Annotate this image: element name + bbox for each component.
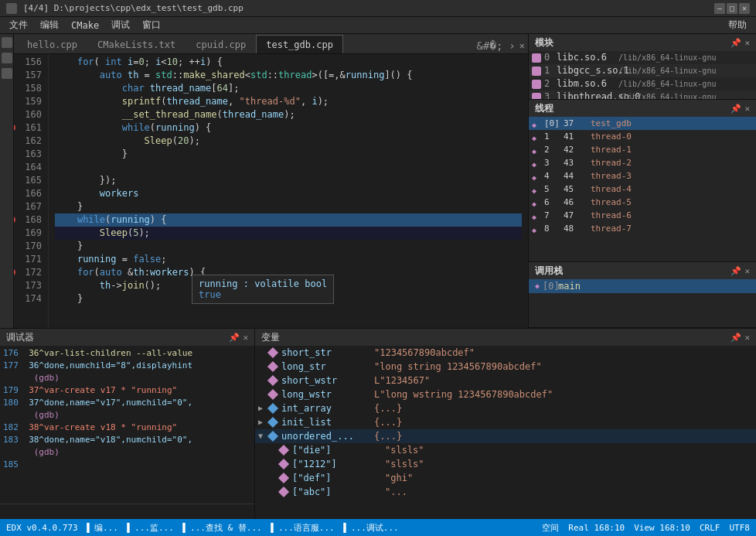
minimize-button[interactable]: — [714,3,725,14]
var-name-unordered: unordered_... [281,429,374,443]
thread-row-6[interactable]: ◆ 6 46 thread-5 [529,196,756,209]
tab-group: hello.cpp CMakeLists.txt cpuid.cpp test_… [17,35,343,53]
module-path-3: /lib/x86_64-linux-gnu [618,90,753,100]
status-space[interactable]: 空间 [542,522,559,534]
menu-file[interactable]: 文件 [3,17,34,33]
threads-panel: 线程 📌 ✕ ◆ [0] 37 test_gdb ◆ 1 [529,100,756,262]
status-search[interactable]: ▐ ...查找 & 替... [180,522,262,534]
modules-pin-icon[interactable]: 📌 [730,38,741,48]
line-168: 168 [14,213,42,227]
code-line-164 [55,161,522,174]
var-value-abc: "... [385,485,753,499]
dbg-line-gdb1: (gdb) [3,372,251,384]
tab-label-cmake: CMakeLists.txt [97,39,175,50]
line-158: 158 [14,82,42,95]
status-edit[interactable]: ▐ 编... [84,522,118,534]
thread-icon-5: ◆ [532,184,543,195]
thread-row-8[interactable]: ◆ 8 48 thread-7 [529,222,756,235]
thread-icon-0: ◆ [532,118,543,129]
code-line-159: sprintf(thread_name, "thread-%d", i); [55,95,522,108]
tab-label-hello: hello.cpp [27,39,77,50]
tab-next-button[interactable]: › [506,39,517,52]
debugger-pin-icon[interactable]: 📌 [229,333,240,343]
thread-id-4: 4 [544,169,564,183]
sidebar-icon-1[interactable] [2,37,12,48]
var-value-long-wstr: L"long wstring 1234567890abcdef" [374,387,753,401]
breakpoint-168[interactable] [14,216,15,224]
thread-icon-7: ◆ [532,210,543,221]
dbg-line-gdb2: (gdb) [3,409,251,422]
sidebar-icon-2[interactable] [2,53,12,63]
thread-row-1[interactable]: ◆ 1 41 thread-0 [529,130,756,143]
status-version[interactable]: EDX v0.4.0.773 [6,523,78,533]
var-value-die: "slsls" [385,443,753,457]
debugger-close-icon[interactable]: ✕ [243,333,248,343]
status-view[interactable]: View 168:10 [634,523,690,533]
variables-panel: 变量 📌 ✕ short_str "1234567890abcdef" long… [255,329,756,519]
callstack-title: 调用栈 [535,265,563,278]
modules-list: 0 libc.so.6 /lib/x86_64-linux-gnu 1 libg… [529,51,756,100]
window-controls[interactable]: — □ ✕ [714,3,750,14]
status-real[interactable]: Real 168:10 [568,523,625,533]
app-icon [6,3,17,14]
menu-window[interactable]: 窗口 [136,17,167,33]
editor-area: hello.cpp CMakeLists.txt cpuid.cpp test_… [14,34,528,328]
tab-close-button[interactable]: ✕ [519,40,525,51]
top-area: hello.cpp CMakeLists.txt cpuid.cpp test_… [0,34,756,328]
callstack-row-0[interactable]: ◆ [0] main [529,279,756,293]
tab-cpuid[interactable]: cpuid.cpp [186,35,256,53]
dbg-line-180: 180 37^done,name="v17",numchild="0", [3,397,251,409]
tab-prev-button[interactable]: &#�; [475,39,506,52]
thread-icon-4: ◆ [532,171,543,182]
tooltip-line2: true [199,289,327,300]
threads-pin-icon[interactable]: 📌 [730,104,741,114]
status-lang[interactable]: ▐ ...语言服... [268,522,335,534]
menu-debug[interactable]: 调试 [105,17,136,33]
breakpoint-161[interactable] [14,124,15,131]
status-utf8[interactable]: UTF8 [730,523,751,533]
var-icon-long-wstr [267,389,278,400]
debugger-panel-icons: 📌 ✕ [229,333,248,343]
thread-row-7[interactable]: ◆ 7 47 thread-6 [529,209,756,222]
sidebar-icon-3[interactable] [2,68,12,79]
thread-row-0[interactable]: ◆ [0] 37 test_gdb [529,117,756,130]
variables-close-icon[interactable]: ✕ [744,333,750,343]
status-monitor[interactable]: ▐ ...监... [124,522,174,534]
modules-header: 模块 📌 ✕ [529,34,756,51]
threads-title: 线程 [535,102,553,115]
line-173: 173 [14,279,42,292]
menu-help[interactable]: 帮助 [722,17,753,33]
tab-cmake[interactable]: CMakeLists.txt [87,35,186,53]
module-row-0: 0 libc.so.6 /lib/x86_64-linux-gnu [529,51,756,64]
code-area[interactable]: for( int i=0; i<10; ++i) { auto th = std… [49,54,528,328]
debugger-header: 调试器 📌 ✕ [0,329,254,346]
thread-row-2[interactable]: ◆ 2 42 thread-1 [529,143,756,156]
line-162: 162 [14,135,42,148]
line-174: 174 [14,292,42,306]
callstack-close-icon[interactable]: ✕ [744,266,750,276]
status-left: EDX v0.4.0.773 ▐ 编... ▐ ...监... ▐ ...查找 … [6,522,399,534]
menu-edit[interactable]: 编辑 [34,17,65,33]
menu-cmake[interactable]: CMake [65,19,105,32]
variables-pin-icon[interactable]: 📌 [730,333,741,343]
threads-close-icon[interactable]: ✕ [744,104,750,114]
var-icon-unordered [267,431,278,442]
close-button[interactable]: ✕ [739,3,750,14]
thread-row-4[interactable]: ◆ 4 44 thread-3 [529,169,756,183]
thread-row-5[interactable]: ◆ 5 45 thread-4 [529,183,756,196]
thread-row-3[interactable]: ◆ 3 43 thread-2 [529,156,756,169]
breakpoint-172[interactable] [14,268,15,276]
tab-hello-cpp[interactable]: hello.cpp [17,35,87,53]
tab-testgdb[interactable]: test_gdb.cpp [256,35,343,53]
callstack-pin-icon[interactable]: 📌 [730,266,741,276]
var-name-short-str: short_str [281,346,374,360]
modules-close-icon[interactable]: ✕ [744,38,750,48]
debugger-input-field[interactable] [3,507,251,517]
var-value-short-str: "1234567890abcdef" [374,346,753,360]
maximize-button[interactable]: □ [727,3,737,14]
thread-icon-2: ◆ [532,145,543,155]
module-idx-2: 2 [544,77,557,90]
status-crlf[interactable]: CRLF [700,523,720,533]
thread-id-1: 1 [544,130,564,143]
status-debug[interactable]: ▐ ...调试... [341,522,399,534]
